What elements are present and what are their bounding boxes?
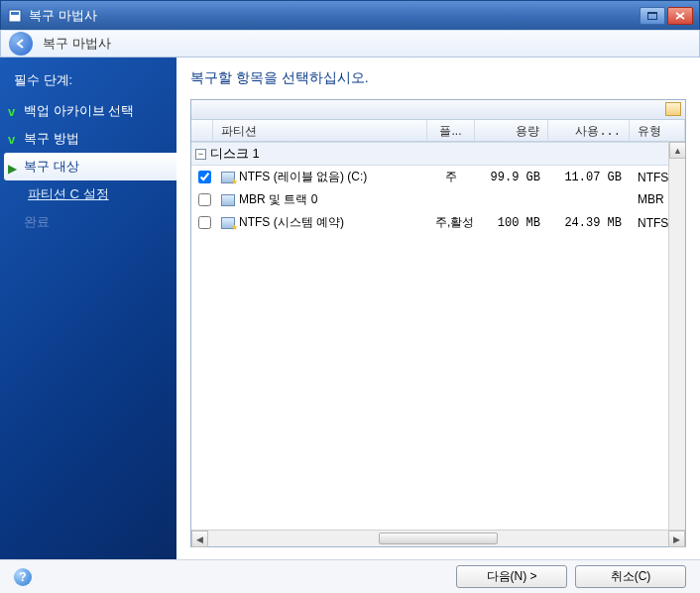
partition-icon	[221, 172, 235, 183]
col-flags[interactable]: 플...	[427, 120, 475, 141]
sidebar: 필수 단계: v 백업 아카이브 선택 v 복구 방법 ▶ 복구 대상 파티션 …	[0, 58, 176, 559]
row-capacity: 100 MB	[475, 215, 548, 231]
rows-viewport: − 디스크 1 NTFS (레이블 없음) (C:) 주 99.9 GB 11.…	[191, 142, 685, 530]
row-checkbox[interactable]	[198, 216, 211, 229]
column-header-row: 파티션 플... 용량 사용... 유형	[191, 120, 685, 142]
footer: ? 다음(N) > 취소(C)	[0, 559, 700, 593]
row-used: 24.39 MB	[548, 215, 630, 231]
step-label: 백업 아카이브 선택	[24, 103, 134, 118]
content-pane: 복구할 항목을 선택하십시오. 파티션 플... 용량 사용... 유형 − 디…	[176, 58, 700, 559]
col-type[interactable]: 유형	[630, 120, 685, 141]
col-used[interactable]: 사용...	[548, 120, 630, 141]
scroll-right-icon[interactable]: ▶	[668, 531, 685, 547]
partition-icon	[221, 194, 235, 206]
toolbar: 복구 마법사	[0, 30, 700, 58]
col-capacity[interactable]: 용량	[475, 120, 548, 141]
scroll-thumb[interactable]	[379, 533, 498, 544]
row-capacity	[475, 199, 548, 201]
window-title: 복구 마법사	[29, 7, 97, 25]
row-used: 11.07 GB	[548, 170, 630, 185]
col-checkbox[interactable]	[191, 120, 213, 141]
vertical-scrollbar[interactable]: ▲	[668, 142, 685, 530]
list-toolbar	[191, 100, 685, 120]
step-label: 파티션 C 설정	[28, 186, 109, 201]
col-partition[interactable]: 파티션	[213, 120, 427, 141]
scroll-up-icon[interactable]: ▲	[669, 142, 685, 159]
next-button[interactable]: 다음(N) >	[456, 565, 567, 588]
sidebar-section-title: 필수 단계:	[0, 67, 176, 97]
row-name: NTFS (레이블 없음) (C:)	[239, 170, 367, 183]
collapse-icon[interactable]: −	[195, 149, 206, 160]
arrow-right-icon: ▶	[8, 159, 17, 178]
partition-row[interactable]: MBR 및 트랙 0 MBR 및 !	[191, 188, 685, 211]
horizontal-scrollbar[interactable]: ◀ ▶	[191, 530, 685, 546]
step-label: 복구 방법	[24, 131, 79, 146]
disk-group-label: 디스크 1	[210, 145, 260, 163]
step-partition-c-settings[interactable]: 파티션 C 설정	[0, 180, 176, 208]
step-label: 복구 대상	[24, 159, 79, 174]
partition-row[interactable]: NTFS (레이블 없음) (C:) 주 99.9 GB 11.07 GB NT…	[191, 166, 685, 188]
cancel-button[interactable]: 취소(C)	[575, 565, 686, 588]
row-name: NTFS (시스템 예약)	[239, 215, 344, 229]
row-flags	[427, 199, 475, 201]
row-flags: 주,활성	[427, 213, 475, 232]
columns-icon[interactable]	[665, 102, 681, 116]
row-checkbox[interactable]	[198, 193, 211, 206]
row-checkbox[interactable]	[198, 171, 211, 183]
partition-list: 파티션 플... 용량 사용... 유형 − 디스크 1 NTFS (레이블 없…	[190, 99, 686, 547]
scroll-left-icon[interactable]: ◀	[191, 531, 208, 547]
row-used	[548, 199, 630, 201]
back-button[interactable]	[9, 32, 33, 56]
step-recovery-method[interactable]: v 복구 방법	[0, 125, 176, 153]
help-button[interactable]: ?	[14, 568, 32, 586]
row-capacity: 99.9 GB	[475, 170, 548, 185]
maximize-button[interactable]	[640, 7, 665, 25]
step-recovery-target[interactable]: ▶ 복구 대상	[4, 153, 176, 180]
check-icon: v	[8, 102, 15, 122]
content-title: 복구할 항목을 선택하십시오.	[190, 69, 686, 87]
titlebar: 복구 마법사	[0, 0, 700, 30]
partition-icon	[221, 217, 235, 229]
row-name: MBR 및 트랙 0	[239, 192, 317, 206]
disk-group[interactable]: − 디스크 1	[191, 142, 685, 166]
app-icon	[7, 8, 23, 24]
svg-rect-1	[11, 12, 19, 15]
svg-rect-0	[9, 10, 21, 22]
close-button[interactable]	[667, 7, 693, 25]
check-icon: v	[8, 130, 15, 150]
step-backup-archive[interactable]: v 백업 아카이브 선택	[0, 97, 176, 125]
partition-row[interactable]: NTFS (시스템 예약) 주,활성 100 MB 24.39 MB NTFS	[191, 211, 685, 234]
toolbar-title: 복구 마법사	[43, 35, 111, 53]
row-flags: 주	[427, 168, 475, 186]
step-finish: 완료	[0, 208, 176, 236]
step-label: 완료	[24, 214, 50, 229]
